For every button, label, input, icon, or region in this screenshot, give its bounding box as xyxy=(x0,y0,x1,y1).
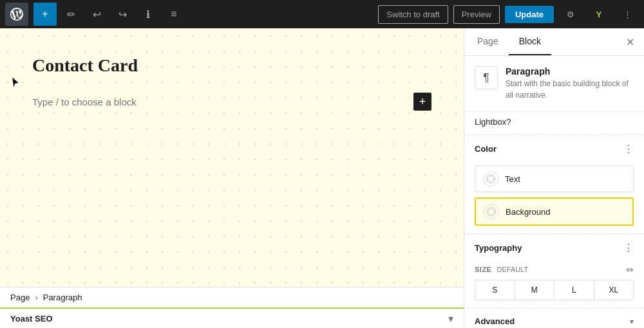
advanced-section-header[interactable]: Advanced ▾ xyxy=(464,309,644,328)
size-s-button[interactable]: S xyxy=(475,280,515,300)
yoast-toggle-button[interactable]: ▾ xyxy=(448,313,453,325)
breadcrumb-page[interactable]: Page xyxy=(10,293,30,302)
text-color-swatch xyxy=(483,171,498,187)
update-button[interactable]: Update xyxy=(505,6,554,23)
color-options: Text Background xyxy=(464,163,644,233)
yoast-bar: Yoast SEO ▾ xyxy=(0,307,464,328)
tab-page[interactable]: Page xyxy=(467,28,509,55)
redo-button[interactable]: ↪ xyxy=(111,3,134,26)
color-background-option[interactable]: Background xyxy=(475,197,634,226)
toolbar-right: Switch to draft Preview Update ⚙ Y ⋮ xyxy=(378,3,639,26)
cursor xyxy=(12,77,19,88)
block-name: Paragraph xyxy=(506,66,634,77)
size-label: SIZE xyxy=(475,266,491,273)
typography-content: SIZE DEFAULT ⇔ S M L XL xyxy=(464,262,644,308)
sidebar: Page Block ✕ ¶ Paragraph Start with the … xyxy=(464,28,644,328)
editor-content: Contact Card Type / to choose a block + xyxy=(32,54,431,111)
svg-point-1 xyxy=(488,176,494,182)
size-l-button[interactable]: L xyxy=(554,280,594,300)
lightbox-row: Lightbox? xyxy=(464,112,644,134)
undo-button[interactable]: ↩ xyxy=(85,3,108,26)
block-placeholder-area[interactable]: Type / to choose a block + xyxy=(32,93,431,111)
size-default-label: DEFAULT xyxy=(497,266,528,273)
breadcrumb: Page › Paragraph xyxy=(10,293,82,302)
typography-section-title: Typography xyxy=(475,243,522,253)
typography-section: Typography ⋮ SIZE DEFAULT ⇔ S M L XL xyxy=(464,234,644,309)
wp-logo-icon xyxy=(10,8,23,21)
more-button[interactable]: ⋮ xyxy=(616,3,639,26)
background-color-swatch-icon xyxy=(486,206,497,217)
add-block-inline-button[interactable]: + xyxy=(413,93,431,111)
block-description: Start with the basic building block of a… xyxy=(506,78,634,101)
lightbox-section: Lightbox? xyxy=(464,112,644,135)
advanced-section-title: Advanced xyxy=(475,316,515,326)
text-color-swatch-icon xyxy=(486,174,496,184)
pencil-button[interactable]: ✏ xyxy=(59,3,82,26)
editor-area[interactable]: Contact Card Type / to choose a block + xyxy=(0,28,464,328)
tab-block[interactable]: Block xyxy=(509,28,551,55)
post-title[interactable]: Contact Card xyxy=(32,54,431,77)
background-color-swatch xyxy=(484,204,499,219)
toolbar: + ✏ ↩ ↪ ℹ ≡ Switch to draft Preview Upda… xyxy=(0,0,644,28)
text-color-label: Text xyxy=(505,174,520,184)
sidebar-close-button[interactable]: ✕ xyxy=(618,30,641,53)
preview-button[interactable]: Preview xyxy=(453,5,500,24)
typography-options-icon[interactable]: ⋮ xyxy=(623,242,634,254)
yoast-button[interactable]: Y xyxy=(587,3,611,26)
size-m-button[interactable]: M xyxy=(515,280,555,300)
background-color-label: Background xyxy=(506,207,550,217)
sidebar-header: Page Block ✕ xyxy=(464,28,644,56)
lightbox-label: Lightbox? xyxy=(475,117,511,127)
switch-to-draft-button[interactable]: Switch to draft xyxy=(378,5,448,24)
breadcrumb-bar: Page › Paragraph xyxy=(0,287,464,307)
yoast-label: Yoast SEO xyxy=(10,314,53,323)
breadcrumb-paragraph[interactable]: Paragraph xyxy=(43,293,82,302)
placeholder-text: Type / to choose a block xyxy=(32,96,137,107)
svg-point-3 xyxy=(488,208,495,215)
advanced-section: Advanced ▾ xyxy=(464,309,644,328)
advanced-chevron-icon: ▾ xyxy=(630,317,634,326)
block-info-text: Paragraph Start with the basic building … xyxy=(506,66,634,101)
size-row: SIZE DEFAULT ⇔ xyxy=(475,264,634,275)
wp-logo[interactable] xyxy=(5,3,28,26)
color-options-icon[interactable]: ⋮ xyxy=(623,143,634,155)
size-buttons: S M L XL xyxy=(475,280,634,300)
main-layout: Contact Card Type / to choose a block + … xyxy=(0,28,644,328)
size-slider-icon[interactable]: ⇔ xyxy=(626,264,634,275)
list-button[interactable]: ≡ xyxy=(162,3,185,26)
size-xl-button[interactable]: XL xyxy=(594,280,634,300)
sidebar-tabs: Page Block xyxy=(467,28,551,55)
info-button[interactable]: ℹ xyxy=(137,3,160,26)
color-text-option[interactable]: Text xyxy=(475,165,634,192)
block-info-section: ¶ Paragraph Start with the basic buildin… xyxy=(464,56,644,112)
color-section-title: Color xyxy=(475,144,497,154)
color-section-header[interactable]: Color ⋮ xyxy=(464,135,644,163)
settings-button[interactable]: ⚙ xyxy=(559,3,582,26)
typography-section-header[interactable]: Typography ⋮ xyxy=(464,234,644,262)
color-section: Color ⋮ Text xyxy=(464,135,644,234)
add-block-toolbar-button[interactable]: + xyxy=(33,3,57,26)
block-icon: ¶ xyxy=(475,66,498,89)
breadcrumb-separator: › xyxy=(35,293,37,302)
